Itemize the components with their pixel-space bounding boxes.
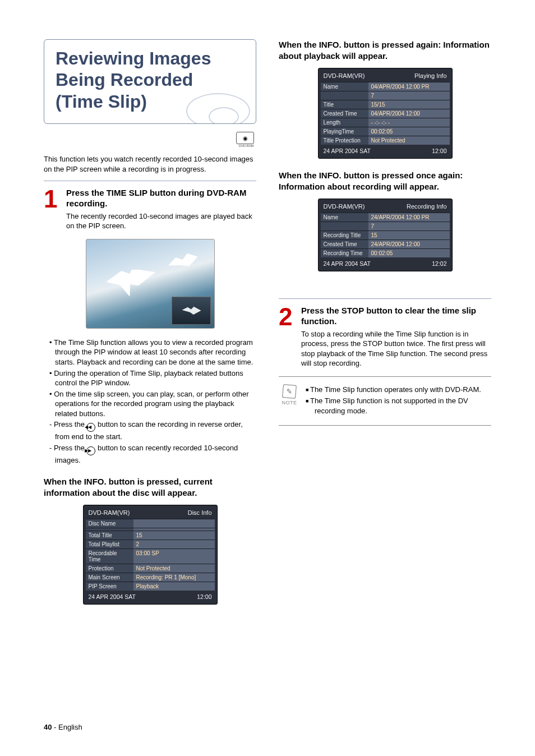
- step-1: 1 Press the TIME SLIP button during DVD-…: [44, 188, 256, 231]
- page-title: Reviewing Images Being Recorded (Time Sl…: [56, 48, 245, 112]
- divider: [279, 376, 491, 377]
- heading-rec-info: When the INFO. button is pressed once ag…: [279, 170, 491, 192]
- page-footer: 40 - English: [44, 723, 82, 731]
- bullet-sub-item: Press the ▶▶ button to scan recently rec…: [49, 443, 256, 465]
- note-block: ✎ NOTE The Time Slip function operates o…: [279, 385, 491, 418]
- pip-inset: [172, 297, 211, 325]
- panel-head-right: Recording Info: [407, 203, 447, 210]
- panel-head-left: DVD-RAM(VR): [89, 509, 130, 516]
- step-title: Press the STOP button to clear the time …: [301, 306, 491, 327]
- bullets-list: The Time Slip function allows you to vie…: [44, 338, 256, 465]
- recording-info-panel: DVD-RAM(VR) Recording Info Name24/APR/20…: [318, 199, 453, 271]
- pip-sample-image: [86, 239, 215, 329]
- divider: [279, 425, 491, 426]
- panel-head-right: Playing Info: [414, 72, 446, 79]
- intro-text: This function lets you watch recently re…: [44, 154, 256, 174]
- panel-head-left: DVD-RAM(VR): [324, 203, 365, 210]
- note-list: The Time Slip function operates only wit…: [306, 385, 491, 418]
- note-item: The Time Slip function operates only wit…: [306, 385, 491, 395]
- panel-foot-date: 24 APR 2004 SAT: [324, 260, 371, 267]
- panel-foot-time: 12:00: [197, 593, 211, 600]
- bullet-item: The Time Slip function allows you to vie…: [49, 338, 256, 367]
- note-label: NOTE: [279, 399, 300, 406]
- playing-info-panel: DVD-RAM(VR) Playing Info Name04/APR/2004…: [318, 68, 453, 159]
- divider: [279, 298, 491, 299]
- step-number: 1: [44, 188, 61, 231]
- page-number: 40: [44, 723, 52, 731]
- panel-foot-date: 24 APR 2004 SAT: [89, 593, 136, 600]
- panel-head-right: Disc Info: [188, 509, 212, 516]
- step-title: Press the TIME SLIP button during DVD-RA…: [66, 188, 256, 209]
- bird-graphic: [165, 248, 200, 275]
- panel-foot-time: 12:02: [432, 260, 446, 267]
- page-language: English: [58, 723, 82, 731]
- panel-foot-time: 12:00: [432, 147, 446, 154]
- step-desc: The recently recorded 10-second images a…: [66, 211, 256, 231]
- bullet-item: On the time slip screen, you can play, s…: [49, 389, 256, 419]
- panel-foot-date: 24 APR 2004 SAT: [324, 147, 371, 154]
- heading-play-info: When the INFO. button is pressed again: …: [279, 39, 491, 61]
- panel-head-left: DVD-RAM(VR): [324, 72, 365, 79]
- dvd-ram-label: DVD-RAM: [236, 144, 256, 147]
- step-number: 2: [279, 306, 296, 368]
- rewind-scan-icon: ◀◀: [86, 423, 95, 432]
- step-2: 2 Press the STOP button to clear the tim…: [279, 306, 491, 368]
- bird-graphic: [102, 256, 159, 301]
- disc-icon: ◉: [236, 132, 254, 144]
- bullet-sub-item: Press the ◀◀ button to scan the recordin…: [49, 420, 256, 442]
- title-block: Reviewing Images Being Recorded (Time Sl…: [44, 39, 256, 124]
- forward-scan-icon: ▶▶: [86, 446, 95, 455]
- divider: [44, 181, 256, 181]
- disc-info-panel: DVD-RAM(VR) Disc Info Disc Name Total Ti…: [83, 505, 218, 605]
- heading-disc-info: When the INFO. button is pressed, curren…: [44, 476, 256, 498]
- step-desc: To stop a recording while the Time Slip …: [301, 329, 491, 368]
- note-icon: ✎: [282, 384, 297, 399]
- dvd-ram-badge: ◉ DVD-RAM: [236, 132, 256, 152]
- note-item: The Time Slip function is not supported …: [306, 396, 491, 416]
- bullet-item: During the operation of Time Slip, playb…: [49, 368, 256, 388]
